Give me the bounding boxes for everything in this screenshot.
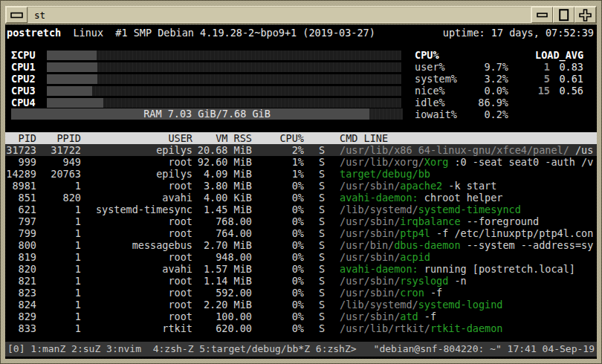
cpu-bar-label: CPU2 xyxy=(11,73,47,85)
cmdline-segment: /us xyxy=(569,144,594,156)
cell-pid: 799 xyxy=(5,227,36,239)
cell-cmdline: /usr/bin/dbus-daemon --system --address=… xyxy=(340,239,597,251)
process-table: PID PPID USER VM_RSS CPU% CMD_LINE 31723… xyxy=(5,132,597,334)
cell-cpu: 0% xyxy=(252,311,304,322)
cell-user: root xyxy=(81,180,192,192)
load-avg-row: 50.61 xyxy=(525,73,585,85)
cmdline-segment: systemd-timesyncd xyxy=(418,204,521,215)
process-row[interactable]: 89811root3.80 MiB0%S/usr/sbin/apache2 -k… xyxy=(5,180,597,192)
ram-label: RAM 7.03 GiB/7.68 GiB xyxy=(11,108,403,120)
cell-cmdline: /lib/systemd/systemd-logind xyxy=(340,299,597,311)
cell-vmrss: 2.20 MiB xyxy=(192,299,252,311)
cmdline-segment: dbus-daemon xyxy=(394,239,460,251)
process-row[interactable]: 7991root764.00 KiB0%S/usr/sbin/ptp4l -f … xyxy=(5,227,597,239)
load-avg-row: 10.83 xyxy=(525,61,585,73)
process-row[interactable]: 8231root592.00 KiB0%S/usr/sbin/cron -f xyxy=(5,287,597,299)
cell-ppid: 1 xyxy=(36,227,81,239)
maximize-button[interactable] xyxy=(553,7,575,23)
cell-state: S xyxy=(304,239,340,251)
cpu-bar-fill xyxy=(47,74,97,84)
cpu-stat-label: user% xyxy=(415,61,445,73)
cell-vmrss: 4.09 MiB xyxy=(192,168,252,180)
process-row[interactable]: 6211systemd-timesync1.45 MiB0%S/lib/syst… xyxy=(5,204,597,215)
cpu-bar-label: CPU3 xyxy=(11,85,47,97)
cell-user: root xyxy=(81,275,192,287)
cmdline-segment: -n xyxy=(448,275,466,287)
window-menu-button[interactable] xyxy=(6,7,27,23)
cell-state: S xyxy=(304,263,340,275)
cell-vmrss: 1.14 MiB xyxy=(192,275,252,287)
process-row[interactable]: 7971root768.00 KiB0%S/usr/sbin/irqbalanc… xyxy=(5,215,597,227)
process-row[interactable]: 851820avahi4.00 KiB0%Savahi-daemon: chro… xyxy=(5,192,597,204)
cell-cpu: 0% xyxy=(252,322,304,334)
col-ppid: PPID xyxy=(36,132,81,144)
process-row[interactable]: 3172331722epilys20.68 MiB2%S/usr/lib/x86… xyxy=(5,144,597,156)
cpu-stat-label: system% xyxy=(415,73,457,85)
tmux-status-bar[interactable]: [0] 1:manZ 2:suZ 3:nvim 4:zsh-Z 5:target… xyxy=(5,342,597,357)
cell-user: avahi xyxy=(81,263,192,275)
cell-cpu: 0% xyxy=(252,239,304,251)
cell-cpu: 0% xyxy=(252,180,304,192)
process-row[interactable]: 8211root1.14 MiB0%S/usr/sbin/rsyslogd -n xyxy=(5,275,597,287)
cell-user: messagebus xyxy=(81,239,192,251)
cell-cpu: 0% xyxy=(252,215,304,227)
cmdline-segment: --foreground xyxy=(461,215,540,227)
cell-pid: 621 xyxy=(5,204,36,215)
cpu-bar-fill xyxy=(47,51,97,60)
process-row[interactable]: 8331rtkit620.00 KiB0%S/usr/lib/rtkit/rtk… xyxy=(5,322,597,334)
cmdline-segment: /usr/sbin/ xyxy=(340,227,400,239)
cell-vmrss: 2.70 MiB xyxy=(192,239,252,251)
process-row[interactable]: 8191root948.00 KiB0%S/usr/sbin/acpid xyxy=(5,251,597,263)
load-avg-value: 0.61 xyxy=(550,73,583,85)
cpu-bar-fill xyxy=(47,62,97,72)
cell-cmdline: /usr/sbin/atd -f xyxy=(340,311,597,322)
cmdline-segment: :0 -seat seat0 -auth /v xyxy=(448,156,593,168)
cmdline-segment: /usr/bin/ xyxy=(340,239,394,251)
cmdline-segment: systemd-logind xyxy=(418,299,503,311)
process-row[interactable]: 999949root92.60 MiB1%S/usr/lib/xorg/Xorg… xyxy=(5,156,597,168)
cell-state: S xyxy=(304,180,340,192)
cell-ppid: 1 xyxy=(36,311,81,322)
close-button[interactable] xyxy=(575,7,596,23)
tmux-window-list[interactable]: [0] 1:manZ 2:suZ 3:nvim 4:zsh-Z 5:target… xyxy=(7,343,357,355)
cell-pid: 823 xyxy=(5,287,36,299)
cmdline-segment: /usr/lib/rtkit/ xyxy=(340,322,430,334)
cell-vmrss: 3.80 MiB xyxy=(192,180,252,192)
cpu-stat-label: iowait% xyxy=(415,108,457,120)
cell-user: root xyxy=(81,251,192,263)
cmdline-segment: --system --address=sy xyxy=(461,239,594,251)
cell-cpu: 0% xyxy=(252,287,304,299)
cell-cmdline: /usr/sbin/apache2 -k start xyxy=(340,180,597,192)
cell-vmrss: 92.60 MiB xyxy=(192,156,252,168)
process-row[interactable]: 1428920763epilys4.09 MiB1%Starget/debug/… xyxy=(5,168,597,180)
terminal[interactable]: postretch Linux #1 SMP Debian 4.19.28-2~… xyxy=(5,25,597,359)
cell-user: root xyxy=(81,299,192,311)
cell-vmrss: 1.57 MiB xyxy=(192,263,252,275)
cell-ppid: 1 xyxy=(36,239,81,251)
titlebar[interactable]: st xyxy=(5,6,597,24)
cell-cmdline: /usr/lib/x86_64-linux-gnu/xfce4/panel/ /… xyxy=(340,144,597,156)
cpu-bar-row: CPU3 xyxy=(11,85,401,97)
cell-pid: 800 xyxy=(5,239,36,251)
load-avg-title: LOAD_AVG xyxy=(525,49,585,61)
cpu-bar-row: CPU4 xyxy=(11,97,401,108)
minimize-button[interactable] xyxy=(531,7,553,23)
process-row[interactable]: 8001messagebus2.70 MiB0%S/usr/bin/dbus-d… xyxy=(5,239,597,251)
cell-ppid: 1 xyxy=(36,287,81,299)
cell-state: S xyxy=(304,322,340,334)
load-avg-value: 0.83 xyxy=(550,61,583,73)
process-row[interactable]: 8291root100.00 KiB0%S/usr/sbin/atd -f xyxy=(5,311,597,322)
uptime: uptime: 17 days, 07:52:39 xyxy=(443,27,594,39)
cell-user: epilys xyxy=(81,144,192,156)
cell-state: S xyxy=(304,192,340,204)
window-title: st xyxy=(27,7,531,23)
cell-vmrss: 4.00 KiB xyxy=(192,192,252,204)
close-cross-icon xyxy=(579,9,592,22)
process-row[interactable]: 8241root2.20 MiB0%S/lib/systemd/systemd-… xyxy=(5,299,597,311)
cpu-bar-track xyxy=(47,86,401,96)
cell-state: S xyxy=(304,144,340,156)
cpu-stat-value: 0.0% xyxy=(484,85,508,97)
cpu-bar-track xyxy=(47,74,401,84)
process-row[interactable]: 8201avahi1.57 MiB0%Savahi-daemon: runnin… xyxy=(5,263,597,275)
cell-cmdline: /usr/lib/rtkit/rtkit-daemon xyxy=(340,322,597,334)
